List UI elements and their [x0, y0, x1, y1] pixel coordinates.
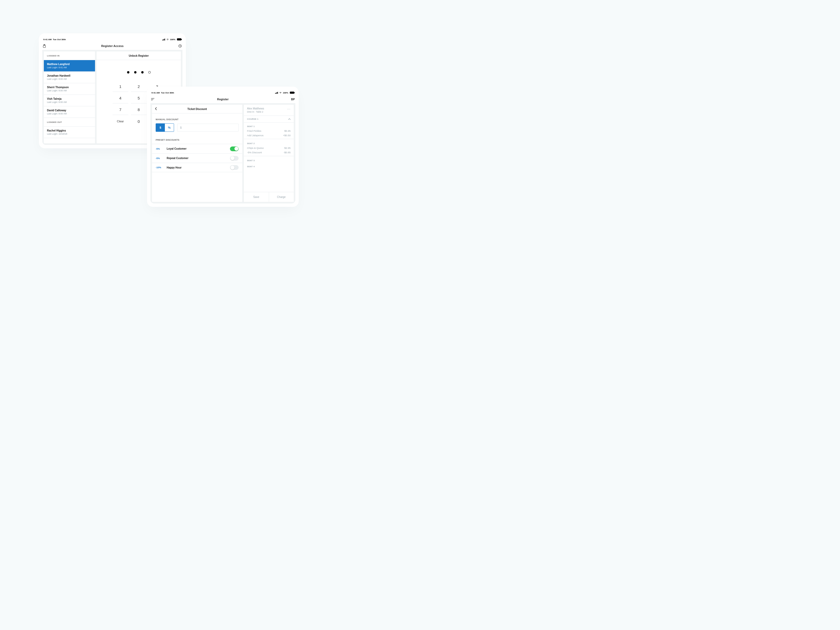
order-line[interactable]: -5% Discount-$0.85 [244, 150, 294, 155]
preset-toggle[interactable] [230, 165, 238, 170]
preset-name: Loyal Customer [167, 147, 227, 150]
user-row[interactable]: Jonathan HardwellLast Login: 8:00 AM [44, 72, 95, 83]
section-logged-in: LOGGED IN [44, 51, 95, 60]
save-button[interactable]: Save [244, 192, 269, 202]
section-presets: PRESET DISCOUNTS [152, 132, 242, 144]
seat-label: SEAT 3 [244, 157, 294, 163]
register-tablet: 9:41 AM Tue Oct 30th 100% Register BP [147, 87, 299, 207]
customer-meta: Dine-In · Table 2 [247, 111, 264, 113]
key-2[interactable]: 2 [131, 81, 147, 92]
seg-percent[interactable]: % [165, 124, 174, 131]
user-row[interactable]: David CallowayLast Login: 8:00 AM [44, 106, 95, 118]
pin-dot [148, 71, 151, 74]
menu-icon[interactable] [151, 98, 155, 101]
user-row[interactable]: Sherri ThompsonLast Login: 8:00 AM [44, 83, 95, 95]
customer-header[interactable]: Alex Matthews Dine-In · Table 2 ··· [244, 105, 294, 116]
user-sub: Last Login: 8:00 AM [47, 112, 92, 115]
preset-pct: -10% [156, 166, 164, 169]
order-line[interactable]: Add Jalapenos+$0.50 [244, 133, 294, 137]
battery-icon [177, 38, 182, 40]
section-logged-out: LOGGED OUT [44, 118, 95, 126]
user-sub: Last Login: 8:00 AM [47, 78, 92, 81]
user-sub: Last Login: 9:41 AM [47, 66, 92, 69]
charge-button[interactable]: Charge [269, 192, 294, 202]
status-date: Tue Oct 30th [53, 38, 66, 41]
order-panel: Alex Matthews Dine-In · Table 2 ··· COUR… [244, 105, 294, 202]
key-8[interactable]: 8 [131, 104, 147, 115]
user-sub: Last Login: 8:00 AM [47, 101, 92, 103]
user-name: David Calloway [47, 109, 92, 112]
user-name: Vish Talreja [47, 97, 92, 100]
key-1[interactable]: 1 [113, 81, 128, 92]
signal-icon [275, 92, 278, 94]
line-name: Chips & Queso [247, 147, 264, 149]
line-name: -5% Discount [247, 151, 262, 154]
discount-type-toggle: $ % [156, 123, 174, 132]
page-title: Register [150, 98, 295, 101]
status-time: 9:41 AM [43, 38, 52, 41]
line-price: -$0.85 [284, 151, 291, 154]
seg-dollar[interactable]: $ [156, 124, 165, 131]
key-4[interactable]: 4 [113, 93, 128, 103]
seat-label: SEAT 2 [244, 140, 294, 146]
users-sidebar: LOGGED IN Matthew LangfordLast Login: 9:… [44, 51, 95, 143]
user-name: Rachel Higgins [47, 129, 92, 132]
preset-row[interactable]: -10%Happy Hour [152, 163, 242, 172]
nav-bar: Register BP [150, 95, 295, 103]
preset-row[interactable]: -5%Loyal Customer [152, 144, 242, 153]
order-line[interactable]: Fried Pickles$5.95 [244, 129, 294, 133]
signal-icon [162, 38, 165, 40]
preset-toggle[interactable] [230, 156, 238, 161]
preset-pct: -5% [156, 157, 164, 159]
user-name: Sherri Thompson [47, 86, 92, 89]
user-row[interactable]: Rachel HigginsLast Login: 10/15/18 [44, 126, 95, 138]
user-row[interactable]: Vish TalrejaLast Login: 8:00 AM [44, 95, 95, 106]
wifi-icon [166, 38, 169, 40]
status-date: Tue Oct 30th [161, 92, 174, 94]
key-5[interactable]: 5 [131, 93, 147, 103]
battery-pct: 100% [170, 38, 175, 41]
line-name: Fried Pickles [247, 129, 261, 132]
battery-icon [290, 92, 294, 94]
key-clear[interactable]: Clear [113, 116, 128, 126]
course-header[interactable]: COURSE 1 [244, 116, 294, 123]
pin-dots [96, 71, 181, 74]
page-title: Register Access [42, 44, 182, 47]
pin-dot [127, 71, 129, 74]
preset-name: Happy Hour [167, 166, 227, 169]
wifi-icon [279, 92, 282, 94]
user-avatar[interactable]: BP [291, 98, 295, 101]
seat-label: SEAT 4 [244, 163, 294, 169]
user-name: Jonathan Hardwell [47, 74, 92, 77]
status-bar: 9:41 AM Tue Oct 30th 100% [42, 37, 182, 42]
more-icon[interactable]: ··· [287, 107, 291, 111]
order-line[interactable]: Chips & Queso$2.95 [244, 146, 294, 150]
sub-title: Ticket Discount [152, 107, 242, 111]
customer-name: Alex Matthews [247, 107, 264, 110]
user-row[interactable]: Matthew LangfordLast Login: 9:41 AM [44, 60, 95, 72]
history-icon[interactable] [178, 44, 182, 48]
pin-dot [134, 71, 136, 74]
course-label: COURSE 1 [247, 118, 258, 120]
line-price: $5.95 [284, 129, 291, 132]
line-price: +$0.50 [283, 134, 291, 137]
unlock-title: Unlock Register [96, 51, 181, 60]
status-time: 9:41 AM [152, 92, 160, 94]
preset-toggle[interactable] [230, 147, 238, 151]
user-sub: Last Login: 10/15/18 [47, 133, 92, 135]
battery-pct: 100% [283, 92, 288, 94]
key-0[interactable]: 0 [131, 116, 147, 126]
section-manual: MANUAL DISCOUNT [152, 114, 242, 123]
key-7[interactable]: 7 [113, 104, 128, 115]
input-placeholder: $ [180, 126, 182, 129]
chevron-up-icon [288, 118, 291, 120]
status-bar: 9:41 AM Tue Oct 30th 100% [150, 90, 295, 95]
discount-panel: Ticket Discount MANUAL DISCOUNT $ % $ PR… [152, 105, 242, 202]
pin-dot [141, 71, 144, 74]
user-sub: Last Login: 8:00 AM [47, 89, 92, 92]
lock-icon[interactable] [43, 44, 46, 48]
nav-bar: Register Access [42, 42, 182, 50]
preset-row[interactable]: -5%Repeat Customer [152, 153, 242, 163]
line-price: $2.95 [284, 147, 291, 149]
discount-amount-input[interactable]: $ [177, 124, 238, 131]
